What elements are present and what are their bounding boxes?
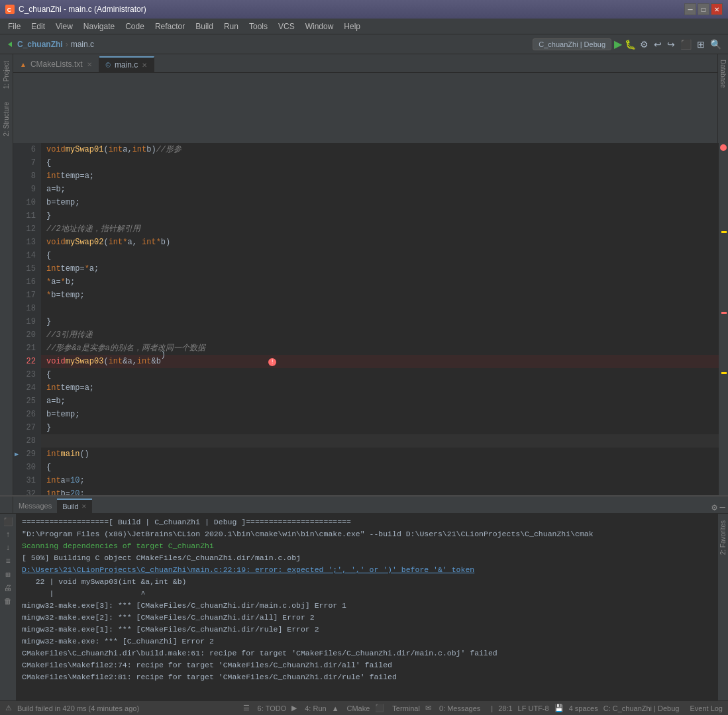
filter-button[interactable]: ≡ (3, 556, 13, 567)
run-button[interactable]: ▶ (614, 38, 622, 50)
close-button[interactable]: ✕ (711, 3, 723, 15)
menu-help[interactable]: Help (338, 21, 366, 32)
sidebar-tab-structure[interactable]: 2: Structure (1, 95, 12, 143)
right-panel: Database (717, 54, 728, 143)
run-label[interactable]: 4: Run (305, 704, 326, 712)
print-button[interactable]: 🖨 (3, 583, 13, 593)
code-line-26: b = temp; (41, 408, 719, 421)
todo-label[interactable]: 6: TODO (258, 704, 287, 712)
database-tab[interactable]: Database (718, 54, 728, 93)
menu-file[interactable]: File (3, 21, 26, 32)
messages-tab[interactable]: Messages (13, 499, 57, 513)
error-gutter-mid (721, 312, 727, 314)
build-tab[interactable]: Build ✕ (57, 499, 91, 513)
code-line-21: //形参&a是实参a的别名，两者改同一个数据 (41, 342, 719, 355)
tab-main-c[interactable]: © main.c ✕ (99, 56, 155, 72)
line-13: 13 (13, 236, 41, 249)
sidebar-tab-project[interactable]: 1: Project (1, 54, 12, 95)
menu-tools[interactable]: Tools (244, 21, 273, 32)
status-bar: ⚠ Build failed in 420 ms (4 minutes ago)… (0, 700, 728, 715)
cmake-tab-close[interactable]: ✕ (87, 61, 92, 68)
layout-button[interactable]: ⊞ (697, 39, 705, 50)
svg-marker-2 (8, 42, 12, 47)
error-gutter-top (720, 144, 727, 151)
line-numbers: 6 7 8 9 10 11 12 13 14 15 16 17 18 19 20… (13, 143, 41, 495)
run-config[interactable]: C_chuanZhi | Debug (533, 38, 611, 50)
coverage-button[interactable]: ⚙ (640, 39, 649, 50)
minimize-panel-icon[interactable]: ─ (720, 502, 725, 513)
disk-icon: 💾 (554, 704, 564, 712)
build-error-link[interactable]: D:\Users\21\CLionProjects\C_chuanZhi\mai… (22, 564, 712, 576)
main-c-tab-label: main.c (115, 60, 138, 70)
build-tab-close[interactable]: ✕ (81, 503, 87, 510)
menu-refactor[interactable]: Refactor (150, 21, 190, 32)
menu-run[interactable]: Run (219, 21, 244, 32)
tab-cmake[interactable]: ▲ CMakeLists.txt ✕ (13, 56, 99, 72)
code-line-8: int temp = a; (41, 169, 719, 183)
stop-build-button[interactable]: ⬛ (3, 516, 13, 527)
cmake-icon: ▲ (332, 704, 339, 712)
line-10: 10 (13, 196, 41, 209)
scroll-up-button[interactable]: ↑ (3, 530, 13, 540)
nav-separator: › (66, 40, 68, 49)
build-output[interactable]: ===================[ Build | C_chuanZhi … (17, 514, 717, 700)
menu-window[interactable]: Window (300, 21, 339, 32)
main-c-tab-close[interactable]: ✕ (142, 62, 147, 69)
code-line-31: int a = 10; (41, 474, 719, 487)
expand-button[interactable]: ⊞ (3, 569, 13, 580)
scroll-down-button[interactable]: ↓ (3, 543, 13, 553)
bottom-tabs-header: Messages Build ✕ ⚙ ─ (0, 497, 728, 514)
fold-icon-29[interactable]: ▶ (15, 450, 19, 458)
menu-navigate[interactable]: Navigate (78, 21, 120, 32)
menu-bar: File Edit View Navigate Code Refactor Bu… (0, 19, 728, 34)
line-25: 25 (13, 395, 41, 408)
run-icon: ▶ (291, 704, 297, 712)
code-line-13: void mySwap02(int* a, int* b) (41, 236, 719, 249)
messages-count-label[interactable]: 0: Messages (439, 704, 480, 712)
stop-button[interactable]: ⬛ (680, 39, 692, 50)
step-over-button[interactable]: ↩ (654, 39, 662, 50)
menu-code[interactable]: Code (120, 21, 150, 32)
code-line-7: { (41, 156, 719, 169)
code-line-32: int b = 20; (41, 487, 719, 495)
code-line-15: int temp = *a; (41, 262, 719, 275)
search-button[interactable]: 🔍 (710, 39, 721, 50)
code-editor[interactable]: void mySwap01(int a,int b)//形参 { int tem… (41, 143, 719, 495)
maximize-button[interactable]: □ (698, 3, 709, 15)
line-9: 9 (13, 183, 41, 196)
line-16: 16 (13, 275, 41, 289)
menu-view[interactable]: View (50, 21, 78, 32)
menu-vcs[interactable]: VCS (273, 21, 300, 32)
line-21: 21 (13, 342, 41, 355)
favorites-tab[interactable]: 2: Favorites (717, 514, 728, 561)
make-error-3: mingw32-make.exe[1]: *** [CMakeFiles/C_c… (22, 624, 712, 636)
cmake-label[interactable]: CMake (347, 704, 370, 712)
line-27: 27 (13, 421, 41, 434)
back-icon[interactable] (5, 40, 13, 48)
line-26: 26 (13, 408, 41, 421)
status-left: ⚠ Build failed in 420 ms (4 minutes ago) (5, 704, 139, 712)
nav-project[interactable]: C_chuanZhi (17, 40, 63, 49)
debug-button[interactable]: 🐛 (625, 39, 636, 50)
divider-1: | (491, 704, 493, 712)
clear-button[interactable]: 🗑 (3, 596, 13, 606)
title-bar: C C_chuanZhi - main.c (Administrator) ─ … (0, 0, 728, 19)
bottom-right-sidebar: 2: Favorites (717, 514, 728, 700)
code-line-12: //2地址传递，指针解引用 (41, 222, 719, 236)
step-into-button[interactable]: ↪ (667, 39, 675, 50)
make-error-4: mingw32-make.exe: *** [C_chuanZhi] Error… (22, 636, 712, 647)
warning-gutter-2 (721, 372, 727, 374)
settings-gear-icon[interactable]: ⚙ (711, 502, 717, 513)
line-28: 28 (13, 434, 41, 448)
terminal-label[interactable]: Terminal (392, 704, 420, 712)
title-text: C_chuanZhi - main.c (Administrator) (19, 5, 146, 14)
scroll-gutter[interactable] (719, 143, 728, 495)
event-log-label[interactable]: Event Log (690, 704, 723, 712)
code-line-22: void mySwap03(int &a,int &b) ! (41, 355, 719, 368)
code-line-24: int temp = a; (41, 381, 719, 395)
bottom-left-pad (0, 497, 13, 513)
menu-build[interactable]: Build (190, 21, 219, 32)
minimize-button[interactable]: ─ (684, 3, 696, 15)
menu-edit[interactable]: Edit (26, 21, 50, 32)
nav-file[interactable]: main.c (71, 40, 94, 49)
